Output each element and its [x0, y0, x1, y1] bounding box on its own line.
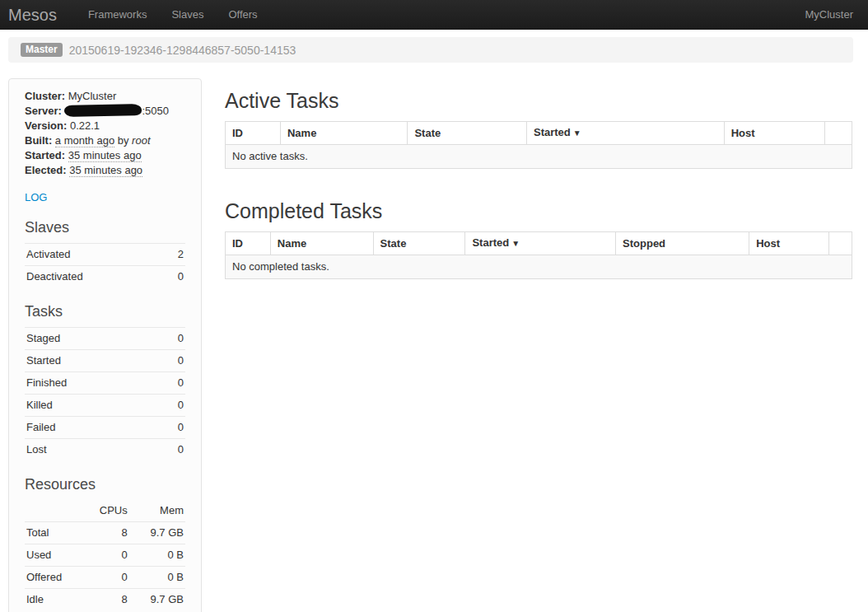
column-header-host[interactable]: Host [749, 232, 829, 255]
log-link[interactable]: LOG [25, 191, 47, 203]
stat-row-lost: Lost 0 [25, 439, 185, 461]
info-elected: Elected: 35 minutes ago [25, 163, 185, 178]
info-elected-label: Elected: [25, 164, 67, 176]
nav-item-frameworks[interactable]: Frameworks [76, 0, 160, 30]
nav-item-offers[interactable]: Offers [216, 0, 269, 30]
nav-item-slaves[interactable]: Slaves [159, 0, 216, 30]
stat-cpus: 8 [89, 589, 129, 611]
stat-row-started: Started 0 [25, 350, 185, 372]
stat-row-activated: Activated 2 [25, 244, 185, 266]
brand-link-mesos[interactable]: Mesos [0, 0, 76, 30]
info-started: Started: 35 minutes ago [25, 148, 185, 163]
resources-section-title: Resources [25, 475, 185, 493]
resource-row-offered: Offered 0 0 B [25, 567, 185, 589]
tasks-stat-table: Staged 0 Started 0 Finished 0 Killed 0 F… [25, 327, 185, 460]
stat-value: 2 [164, 244, 185, 266]
stat-label: Started [25, 350, 157, 372]
completed-tasks-table: ID Name State Started▼ Stopped Host No c… [225, 231, 852, 279]
active-tasks-table: ID Name State Started▼ Host No active ta… [225, 121, 852, 169]
completed-tasks-title: Completed Tasks [225, 199, 852, 222]
stat-row-killed: Killed 0 [25, 395, 185, 417]
column-header-name[interactable]: Name [270, 232, 373, 255]
column-header-host[interactable]: Host [724, 122, 825, 145]
column-header-name[interactable]: Name [280, 122, 407, 145]
active-tasks-header-row: ID Name State Started▼ Host [226, 122, 852, 145]
stat-row-deactivated: Deactivated 0 [25, 266, 185, 288]
column-header-stopped[interactable]: Stopped [616, 232, 749, 255]
stat-mem: 9.7 GB [129, 589, 185, 611]
completed-tasks-empty-message: No completed tasks. [226, 255, 852, 279]
column-header-empty [828, 232, 852, 255]
master-id-text: 20150619-192346-1298446857-5050-14153 [69, 44, 296, 57]
stat-cpus: 0 [89, 567, 129, 589]
stat-label: Killed [25, 395, 157, 417]
breadcrumb: Master 20150619-192346-1298446857-5050-1… [8, 37, 853, 63]
stat-cpus: 8 [89, 522, 129, 544]
stat-label: Offered [25, 567, 89, 589]
stat-mem: 0 B [129, 567, 185, 589]
info-version: Version: 0.22.1 [25, 119, 185, 133]
stat-value: 0 [157, 439, 185, 461]
slaves-section-title: Slaves [25, 218, 185, 236]
stat-value: 0 [157, 372, 185, 395]
stat-label: Staged [25, 328, 157, 350]
sort-descending-icon: ▼ [573, 128, 581, 138]
active-tasks-empty-message: No active tasks. [226, 145, 852, 169]
info-started-time: 35 minutes ago [68, 149, 142, 162]
column-header-started[interactable]: Started▼ [527, 122, 725, 145]
stat-value: 0 [157, 328, 185, 350]
info-cluster-label: Cluster: [25, 90, 65, 102]
active-tasks-title: Active Tasks [225, 89, 852, 112]
info-server-port: :5050 [142, 105, 169, 117]
resources-header-mem: Mem [129, 500, 185, 522]
info-cluster-value: MyCluster [68, 90, 117, 102]
stat-mem: 0 B [129, 544, 185, 567]
stat-label: Failed [25, 417, 157, 439]
slaves-stat-table: Activated 2 Deactivated 0 [25, 243, 185, 287]
info-started-label: Started: [25, 149, 65, 161]
info-server: Server: :5050 [25, 104, 185, 119]
stat-label: Used [25, 544, 89, 567]
stat-row-staged: Staged 0 [25, 328, 185, 350]
column-header-id[interactable]: ID [226, 122, 281, 145]
resource-row-used: Used 0 0 B [25, 544, 185, 567]
stat-value: 0 [164, 266, 185, 288]
sidebar-panel: Cluster: MyCluster Server: :5050 Version… [8, 78, 202, 612]
stat-label: Idle [25, 589, 89, 611]
tasks-section-title: Tasks [25, 302, 185, 320]
stat-row-finished: Finished 0 [25, 372, 185, 395]
resources-header-cpus: CPUs [89, 500, 129, 522]
active-tasks-empty-row: No active tasks. [226, 145, 852, 169]
master-badge: Master [21, 43, 63, 57]
column-header-state[interactable]: State [373, 232, 465, 255]
column-header-state[interactable]: State [408, 122, 527, 145]
info-version-value: 0.22.1 [70, 119, 100, 132]
main-content: Active Tasks ID Name State Started▼ Host… [225, 78, 852, 279]
column-header-started[interactable]: Started▼ [465, 232, 616, 255]
stat-cpus: 0 [89, 544, 129, 567]
resource-row-total: Total 8 9.7 GB [25, 522, 185, 544]
resources-header-empty [25, 500, 89, 522]
resource-row-idle: Idle 8 9.7 GB [25, 589, 185, 611]
resources-header-row: CPUs Mem [25, 500, 185, 522]
info-built-by-word: by [118, 134, 129, 147]
stat-label: Total [25, 522, 89, 544]
stat-value: 0 [157, 417, 185, 439]
info-cluster: Cluster: MyCluster [25, 89, 185, 104]
completed-tasks-header-row: ID Name State Started▼ Stopped Host [226, 232, 852, 255]
stat-label: Activated [25, 244, 164, 266]
column-header-id[interactable]: ID [226, 232, 271, 255]
info-server-label: Server: [25, 105, 62, 117]
stat-value: 0 [157, 395, 185, 417]
navbar-cluster-name: MyCluster [805, 8, 853, 21]
redacted-server-address [64, 104, 142, 117]
completed-tasks-empty-row: No completed tasks. [226, 255, 852, 279]
resources-stat-table: CPUs Mem Total 8 9.7 GB Used 0 0 B Offer… [25, 500, 185, 610]
info-built-user: root [132, 134, 150, 147]
stat-value: 0 [157, 350, 185, 372]
stat-row-failed: Failed 0 [25, 417, 185, 439]
stat-label: Deactivated [25, 266, 164, 288]
info-version-label: Version: [25, 119, 67, 132]
sort-descending-icon: ▼ [511, 239, 520, 248]
stat-label: Lost [25, 439, 157, 461]
